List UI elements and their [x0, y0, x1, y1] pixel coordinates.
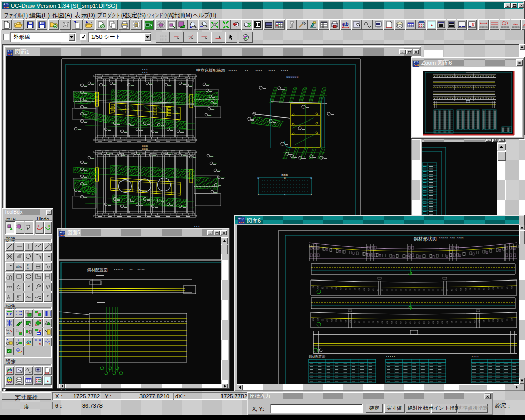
svg-text:中立床版配筋図: 中立床版配筋図: [196, 68, 225, 73]
svg-text:×××: ×××: [281, 173, 288, 176]
svg-text:ab: ab: [342, 21, 349, 27]
svg-text:R: R: [48, 225, 51, 228]
svg-text:×: ×: [284, 193, 286, 196]
svg-text:××: ××: [245, 69, 249, 72]
svg-text:×: ×: [284, 176, 286, 180]
svg-text:鋼材配置図: 鋼材配置図: [87, 268, 108, 272]
svg-text:鋼材配置表: 鋼材配置表: [309, 355, 326, 359]
svg-text:××××: ××××: [255, 69, 263, 72]
svg-text:×××××: ×××××: [228, 69, 237, 72]
svg-text:ab: ab: [7, 368, 12, 372]
svg-text:××: ××: [129, 268, 133, 271]
svg-text:××××: ××××: [137, 268, 145, 271]
svg-text:××××××: ××××××: [286, 75, 299, 79]
svg-text:××××: ××××: [268, 69, 276, 72]
svg-text:C: C: [27, 266, 29, 269]
svg-text:abc: abc: [16, 265, 22, 268]
svg-text:×××××: ×××××: [386, 355, 395, 358]
svg-text:×: ×: [310, 176, 312, 180]
svg-text:××××: ××××: [281, 69, 289, 72]
svg-text:鋼材形状図: 鋼材形状図: [413, 236, 437, 242]
svg-text:×: ×: [257, 176, 259, 180]
svg-text:×××××: ×××××: [114, 268, 123, 271]
svg-text:××××: ××××: [471, 355, 479, 358]
svg-text:×: ×: [310, 193, 312, 196]
svg-text:×: ×: [257, 193, 259, 196]
svg-text:×××: ×××: [142, 71, 148, 74]
svg-text:abc: abc: [6, 332, 11, 335]
svg-text:××××× ××× ××××: ××××× ××× ××××: [439, 236, 464, 239]
svg-text:U: U: [37, 225, 39, 228]
